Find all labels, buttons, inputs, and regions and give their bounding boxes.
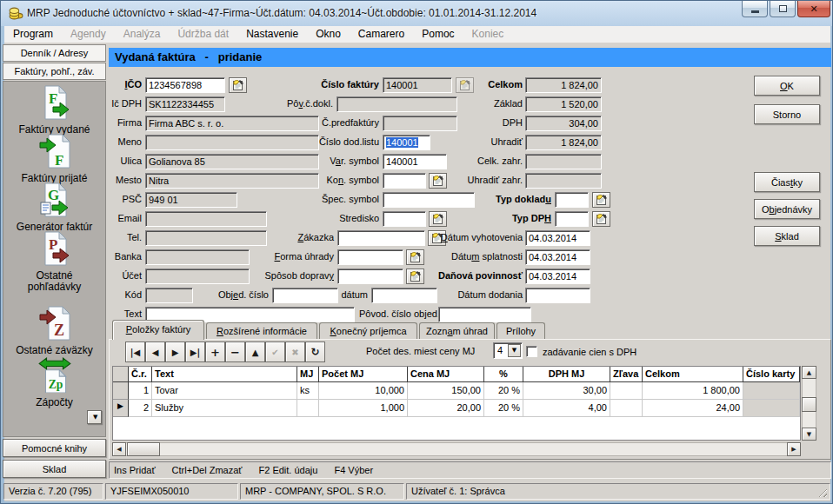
objednavky-button[interactable]: Objednávky bbox=[754, 199, 820, 219]
scroll-right-icon[interactable]: ▶ bbox=[787, 442, 801, 456]
edit-record-button[interactable]: ▲ bbox=[245, 342, 265, 362]
forma-uhrady-input[interactable] bbox=[337, 249, 403, 265]
status-user: Užívateľ č. 1: Správca bbox=[406, 483, 830, 500]
sklad-sidebar-button[interactable]: Sklad bbox=[3, 460, 106, 478]
cell-dph[interactable]: 30,00 bbox=[523, 382, 610, 400]
row-indicator[interactable] bbox=[113, 382, 129, 400]
ulica-label: Ulica bbox=[53, 156, 142, 169]
kon-symbol-label: Kon. symbol bbox=[293, 175, 379, 188]
title-bar[interactable]: MRP Jednoduché účtovníctvo + sklad~47-Fi… bbox=[1, 1, 832, 26]
danova-povinnost-label: Daňová povinnosť bbox=[410, 270, 523, 283]
typ-dph-input[interactable] bbox=[555, 211, 589, 227]
vat-prices-checkbox[interactable] bbox=[526, 346, 537, 357]
last-record-button[interactable]: ▶| bbox=[185, 342, 205, 362]
cell-celkom[interactable]: 24,00 bbox=[643, 400, 743, 417]
tab-prilohy[interactable]: Prílohy bbox=[496, 322, 545, 339]
danova-povinnost-input[interactable]: 04.03.2014 bbox=[525, 269, 590, 284]
datum-vyhotovenia-input[interactable]: 04.03.2014 bbox=[525, 230, 590, 246]
cell-zlava[interactable] bbox=[610, 400, 643, 417]
col-celkom: Celkom bbox=[643, 367, 743, 382]
c-predfaktury-label: Č.predfaktúry bbox=[293, 117, 379, 130]
first-record-button[interactable]: |◀ bbox=[125, 342, 145, 362]
cell-pocet[interactable]: 10,000 bbox=[319, 382, 408, 400]
zaklad-value: 1 520,00 bbox=[525, 96, 602, 112]
cell-karta[interactable] bbox=[743, 400, 800, 417]
cell-pct[interactable]: 20 % bbox=[484, 382, 523, 400]
minimize-button[interactable] bbox=[742, 1, 768, 17]
tab-zoznam-uhrad[interactable]: Zoznam úhrad bbox=[419, 322, 495, 339]
sidebar-tab-faktury[interactable]: Faktúry, pohľ., záv. bbox=[3, 63, 106, 80]
chevron-down-icon[interactable]: ▼ bbox=[508, 344, 521, 357]
restore-button[interactable] bbox=[770, 1, 796, 17]
datum-splatnosti-input[interactable]: 04.03.2014 bbox=[525, 249, 590, 265]
cell-cr[interactable]: 2 bbox=[129, 400, 152, 417]
vertical-scroll-thumb[interactable] bbox=[802, 397, 816, 412]
decimal-places-select[interactable]: 4 ▼ bbox=[493, 342, 523, 359]
objed-cislo-input[interactable] bbox=[272, 288, 338, 303]
sidebar-item-zapocty[interactable]: Zápočty bbox=[3, 356, 105, 408]
ico-input[interactable]: 1234567898 bbox=[145, 77, 225, 93]
refresh-button[interactable]: ↻ bbox=[305, 342, 325, 362]
menu-camarero[interactable]: Camarero bbox=[350, 26, 413, 43]
ciastky-button[interactable]: Čiastky bbox=[754, 172, 820, 192]
decimal-places-label: Počet des. miest ceny MJ bbox=[366, 346, 475, 356]
email-input bbox=[145, 211, 267, 227]
col-dph-mj: DPH MJ bbox=[523, 367, 610, 382]
menu-nastavenie[interactable]: Nastavenie bbox=[237, 26, 307, 43]
next-record-button[interactable]: ▶ bbox=[165, 342, 185, 362]
datum-dodania-input[interactable] bbox=[525, 288, 590, 303]
menu-okno[interactable]: Okno bbox=[307, 26, 350, 43]
sidebar-tab-dennik-adresy[interactable]: Denník / Adresy bbox=[3, 44, 106, 62]
cell-pct[interactable]: 20 % bbox=[484, 400, 523, 417]
psc-label: PSČ bbox=[53, 194, 142, 207]
sidebar-collapse-button[interactable]: ▼ bbox=[87, 410, 102, 424]
delete-record-button[interactable]: − bbox=[225, 342, 245, 362]
cell-cr[interactable]: 1 bbox=[129, 382, 152, 400]
cell-text[interactable]: Tovar bbox=[152, 382, 297, 400]
cell-cena[interactable]: 150,00 bbox=[408, 382, 484, 400]
sposob-dopravy-input[interactable] bbox=[337, 269, 403, 284]
datum-splatnosti-label: Dátum splatnosti bbox=[410, 251, 523, 264]
mesto-label: Mesto bbox=[53, 175, 142, 188]
cell-pocet[interactable]: 1,000 bbox=[319, 400, 408, 417]
cell-mj[interactable] bbox=[297, 400, 319, 417]
cislo-dod-listu-label: Číslo dod.listu bbox=[293, 136, 379, 149]
cell-mj[interactable]: ks bbox=[297, 382, 319, 400]
insert-record-button[interactable]: + bbox=[205, 342, 225, 362]
typ-dokladu-input[interactable] bbox=[555, 192, 589, 208]
ok-button[interactable]: OK bbox=[754, 76, 820, 96]
menu-pomoc[interactable]: Pomoc bbox=[413, 26, 463, 43]
scroll-left-icon[interactable]: ◀ bbox=[112, 442, 126, 456]
prior-record-button[interactable]: ◀ bbox=[145, 342, 165, 362]
menu-program[interactable]: Program bbox=[4, 26, 62, 43]
sposob-dopravy-label: Spôsob dopravy bbox=[262, 270, 334, 283]
ico-lookup-button[interactable] bbox=[229, 77, 247, 93]
typ-dokladu-lookup-button[interactable] bbox=[592, 192, 610, 208]
tel-input bbox=[145, 230, 267, 246]
datum-vyhotovenia-label: Dátum vyhotovenia bbox=[410, 232, 523, 245]
scroll-down-icon[interactable]: ▼ bbox=[802, 428, 816, 441]
cell-celkom[interactable]: 1 800,00 bbox=[643, 382, 743, 400]
tab-rozsirene-informacie[interactable]: Rozšírené informácie bbox=[206, 322, 317, 339]
pomocne-knihy-button[interactable]: Pomocné knihy bbox=[3, 439, 106, 457]
scroll-up-icon[interactable]: ▲ bbox=[802, 366, 816, 379]
cell-text[interactable]: Služby bbox=[152, 400, 297, 417]
cell-karta[interactable] bbox=[743, 382, 800, 400]
horizontal-scrollbar[interactable] bbox=[112, 442, 801, 456]
pov-c-dokl-label: Pôv.č.dokl. bbox=[262, 98, 333, 111]
row-indicator-current[interactable]: ▶ bbox=[113, 400, 129, 417]
storno-button[interactable]: Storno bbox=[754, 104, 820, 124]
typ-dph-lookup-button[interactable] bbox=[592, 211, 610, 227]
hint-insert: Ins Pridať bbox=[114, 465, 156, 475]
tab-polozky-faktury[interactable]: Položky faktúry bbox=[112, 320, 204, 340]
cell-dph[interactable]: 4,00 bbox=[523, 400, 610, 417]
stredisko-input[interactable] bbox=[383, 211, 426, 227]
cell-cena[interactable]: 20,00 bbox=[408, 400, 484, 417]
close-button[interactable]: ✕ bbox=[797, 1, 830, 17]
povod-cislo-objed-input[interactable] bbox=[438, 307, 531, 322]
cell-zlava[interactable] bbox=[610, 382, 643, 400]
sklad-button[interactable]: Sklad bbox=[754, 226, 820, 246]
tab-konecny-prijemca[interactable]: Konečný príjemca bbox=[319, 322, 417, 339]
offsets-icon bbox=[38, 356, 71, 393]
horizontal-scroll-thumb[interactable] bbox=[127, 442, 160, 456]
